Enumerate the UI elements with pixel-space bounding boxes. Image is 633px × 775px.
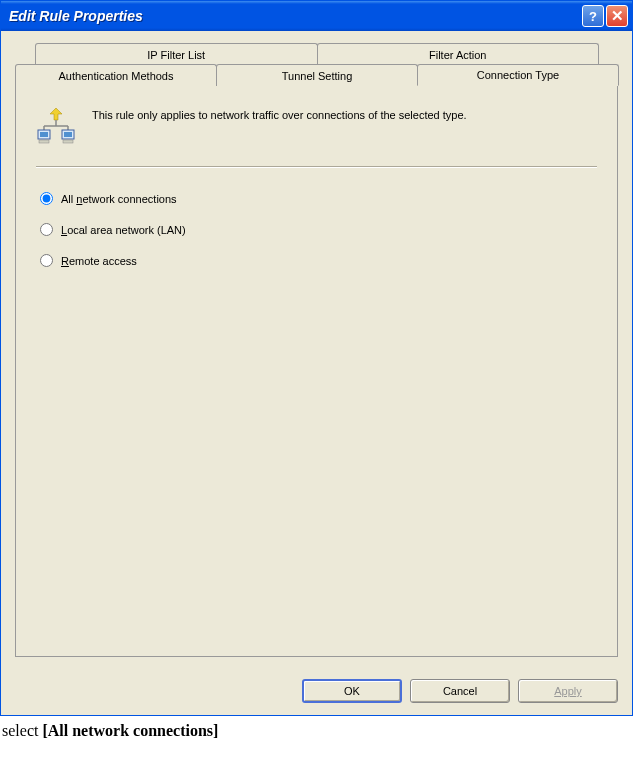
- close-button[interactable]: ✕: [606, 5, 628, 27]
- radio-lan[interactable]: Local area network (LAN): [40, 223, 597, 236]
- radio-input[interactable]: [40, 223, 53, 236]
- connection-type-radio-group: All network connections Local area netwo…: [36, 192, 597, 267]
- radio-label: Remote access: [61, 255, 137, 267]
- window-title: Edit Rule Properties: [9, 8, 143, 24]
- tabs-container: IP Filter List Filter Action Authenticat…: [15, 43, 618, 657]
- radio-input[interactable]: [40, 254, 53, 267]
- ok-button[interactable]: OK: [302, 679, 402, 703]
- close-icon: ✕: [611, 7, 624, 25]
- svg-rect-8: [64, 132, 72, 137]
- apply-button: Apply: [518, 679, 618, 703]
- tab-ip-filter-list[interactable]: IP Filter List: [35, 43, 318, 65]
- tab-panel-connection-type: This rule only applies to network traffi…: [15, 85, 618, 657]
- dialog-window: Edit Rule Properties ? ✕ IP Filter List …: [0, 0, 633, 716]
- tab-label: Filter Action: [429, 49, 486, 61]
- radio-remote-access[interactable]: Remote access: [40, 254, 597, 267]
- instruction-caption: select [All network connections]: [0, 716, 633, 746]
- separator: [36, 166, 597, 168]
- info-section: This rule only applies to network traffi…: [36, 106, 597, 146]
- tab-row-back: IP Filter List Filter Action: [35, 43, 598, 65]
- help-button[interactable]: ?: [582, 5, 604, 27]
- radio-input[interactable]: [40, 192, 53, 205]
- tab-label: IP Filter List: [147, 49, 205, 61]
- button-bar: OK Cancel Apply: [1, 669, 632, 715]
- tab-filter-action[interactable]: Filter Action: [317, 43, 600, 65]
- tab-authentication-methods[interactable]: Authentication Methods: [15, 64, 217, 86]
- tab-label: Connection Type: [477, 69, 559, 81]
- cancel-button[interactable]: Cancel: [410, 679, 510, 703]
- tab-label: Authentication Methods: [59, 70, 174, 82]
- radio-label: All network connections: [61, 193, 177, 205]
- radio-label: Local area network (LAN): [61, 224, 186, 236]
- help-icon: ?: [589, 9, 597, 24]
- svg-rect-5: [40, 132, 48, 137]
- radio-all-network[interactable]: All network connections: [40, 192, 597, 205]
- info-text: This rule only applies to network traffi…: [92, 106, 467, 123]
- titlebar-buttons: ? ✕: [582, 5, 628, 27]
- tab-tunnel-setting[interactable]: Tunnel Setting: [216, 64, 418, 86]
- svg-rect-6: [39, 140, 49, 143]
- network-computers-icon: [36, 106, 76, 146]
- tab-connection-type[interactable]: Connection Type: [417, 64, 619, 86]
- tab-label: Tunnel Setting: [282, 70, 353, 82]
- tab-row-front: Authentication Methods Tunnel Setting Co…: [15, 64, 618, 86]
- titlebar: Edit Rule Properties ? ✕: [1, 1, 632, 31]
- svg-rect-9: [63, 140, 73, 143]
- content-area: IP Filter List Filter Action Authenticat…: [1, 31, 632, 669]
